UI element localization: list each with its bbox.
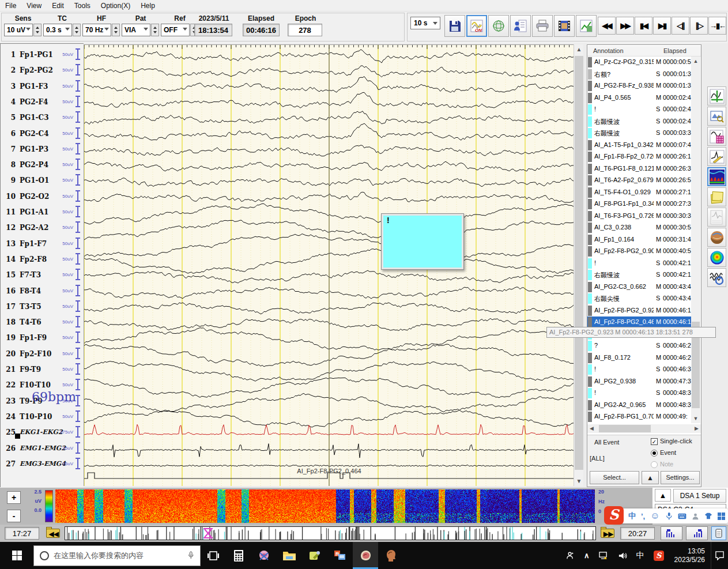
annotation-row[interactable]: AI_P4_0.565M0000:02:4 [587,92,692,104]
head-app-icon[interactable] [378,542,403,569]
settings-button[interactable]: Settings... [661,471,700,484]
hf-spinner[interactable] [112,24,120,36]
annotation-row[interactable]: AI_PG2-A2_0.965M0000:48:3 [587,400,692,411]
tray-clock[interactable]: 13:05 2023/5/26 [674,547,705,564]
annotation-row[interactable]: AI_PG2-F8-Fz_0.938M0000:01:3 [587,80,692,92]
ref-select[interactable]: OFF [161,24,190,36]
video-button[interactable] [554,15,575,37]
annotation-row[interactable]: AI_Pz-Cz-PG2_0.315M0000:00:5 [587,56,692,68]
channel-row-Fp1-PG1[interactable]: 1Fp1-PG150uV [1,51,84,62]
annotation-row[interactable]: 右颞慢波S0000:02:4 [587,116,692,127]
trend-chart-button[interactable] [576,15,597,37]
ime-mode-icon[interactable]: 中 [636,551,644,561]
ime-punct-icon[interactable]: ’, [641,512,645,521]
fast-forward-button[interactable]: ▶▶ [616,17,634,35]
waveform-schedule-button[interactable] [707,127,726,146]
channel-row-PG2-A2[interactable]: 12PG2-A250uV [1,224,84,235]
histogram-left-button[interactable] [661,526,682,540]
annotation-row[interactable]: AI_T6-PG1-F8_0.121M0000:26:3 [587,163,692,175]
select-button[interactable]: Select... [590,471,639,484]
annotation-row[interactable]: 右颞慢波S0000:03:3 [587,127,692,139]
annotation-row[interactable]: ?S0000:46:2 [587,340,692,352]
channel-row-PG2-F4[interactable]: 4PG2-F450uV [1,98,84,110]
channel-row-PG2-O2[interactable]: 10PG2-O250uV [1,193,84,204]
annotation-row[interactable]: AI_Fp2-F8-PG2_0.92M0000:46:1 [587,305,692,316]
scroll-up-icon[interactable]: ▲ [574,44,584,54]
channel-row-PG2-C4[interactable]: 6PG2-C450uV [1,130,84,141]
annotation-row[interactable]: AI_Fp1_0.164M0000:31:4 [587,234,692,246]
ime-emoji-icon[interactable]: ☺ [650,511,659,521]
marker-triangle-button[interactable]: ▲ [642,471,659,484]
channel-row-EMG3-EMG4[interactable]: 27EMG3-EMG425uV [1,460,84,472]
calculator-icon[interactable] [226,542,251,569]
hf-select[interactable]: 70 Hz [82,24,111,36]
scroll-down-icon[interactable]: ▼ [574,476,584,486]
task-view-icon[interactable] [201,542,226,569]
annotation-horizontal-scrollbar[interactable]: ◀ ▶ [587,424,701,433]
scroll-left-icon[interactable]: ◀ [587,424,596,433]
remote-app-icon[interactable]: R [327,542,353,569]
channel-row-Fp2-PG2[interactable]: 2Fp2-PG250uV [1,66,84,78]
note-radio[interactable] [651,461,658,468]
prev-epoch-button[interactable]: ◁∥ [672,17,689,35]
annotation-row[interactable]: AI_A1-T5-Fp1_0.342M0000:07:4 [587,140,692,151]
channel-row-EKG1-EKG2[interactable]: 25EKG1-EKG2375uV [1,428,84,440]
next-epoch-button[interactable]: ∥▷ [690,17,708,35]
goto-center-button[interactable]: →▮← [708,17,726,35]
annotation-row[interactable]: AI_C3_0.238M0000:30:5 [587,222,692,233]
taskbar-search-input[interactable]: 在这里输入你要搜索的内容 [33,545,201,566]
ime-user-icon[interactable] [692,513,699,520]
tc-spinner[interactable] [73,24,81,36]
annotation-row[interactable]: AI_Fp1-F8-Fp2_0.720M0000:26:1 [587,151,692,163]
file-explorer-icon[interactable] [277,542,302,569]
channel-row-T10-P10[interactable]: 24T10-P1050uV [1,413,84,424]
save-button[interactable] [444,15,465,37]
channel-row-F8-T4[interactable]: 16F8-T450uV [1,287,84,299]
menu-item-edit[interactable]: Edit [47,1,69,11]
event-timeline[interactable] [65,527,595,540]
trend-chart-button[interactable] [707,86,726,105]
event-popup[interactable]: ! [381,213,464,270]
menu-item-help[interactable]: Help [135,1,160,11]
annotation-row[interactable]: AI_F8_0.172M0000:46:2 [587,352,692,364]
menu-item-optionx[interactable]: Option(X) [96,1,135,11]
people-icon[interactable] [566,551,575,560]
event-radio[interactable] [651,450,658,457]
ime-toolbox-icon[interactable] [718,513,725,520]
annotation-vertical-scrollbar[interactable]: ▲ ▼ [691,56,700,423]
annotation-row[interactable]: AI_T6-F3-PG1_0.726M0000:30:3 [587,210,692,222]
sogou-tray-icon[interactable]: S [654,551,664,561]
channel-row-EMG1-EMG2[interactable]: 26EMG1-EMG225uV [1,444,84,456]
annotation-row[interactable]: AI_F8-PG1-Fp1_0.34M0000:27:3 [587,198,692,210]
wave-refresh-button[interactable] [707,268,726,287]
tc-select[interactable]: 0.3 s [43,24,72,36]
channel-row-Fp2-F8[interactable]: 14Fp2-F850uV [1,255,84,267]
notes-button[interactable] [707,187,726,206]
snipping-app-icon[interactable] [251,542,277,569]
scroll-down-icon[interactable]: ▼ [691,414,700,423]
histogram-right-button[interactable] [686,526,708,540]
scrollbar-thumb[interactable] [599,425,651,432]
annotation-row[interactable]: AI_T6-A2-Fp2_0.679M0000:26:5 [587,175,692,186]
channel-row-T4-T6[interactable]: 18T4-T650uV [1,318,84,330]
last-page-button[interactable]: ▶▮ [653,17,671,35]
open-folder-right-icon[interactable]: ▶▶ [599,526,617,540]
first-page-button[interactable]: ▮◀ [635,17,652,35]
topo-map-button[interactable] [707,248,726,267]
menu-item-view[interactable]: View [21,1,47,11]
dsa-zoom-in-button[interactable]: + [7,491,21,504]
utility-app-icon[interactable] [302,542,327,569]
annotation-row[interactable]: AI_PG2_0.938M0000:47:3 [587,376,692,387]
search-mic-icon[interactable] [187,551,194,560]
channel-row-PG1-C3[interactable]: 5PG1-C350uV [1,114,84,125]
ime-mic-icon[interactable] [665,512,673,521]
annotation-row[interactable]: AI_Fp2-F8-PG2_0.90M0000:40:5 [587,246,692,257]
channel-row-PG1-P3[interactable]: 7PG1-P350uV [1,145,84,157]
waveform-report-button[interactable] [707,208,726,227]
channel-row-PG1-O1[interactable]: 9PG1-O150uV [1,176,84,188]
channel-row-PG2-P4[interactable]: 8PG2-P450uV [1,161,84,172]
single-click-checkbox[interactable]: ✓ [651,438,658,445]
annotation-row[interactable]: !S0000:02:4 [587,104,692,115]
scrollbar-thumb[interactable] [575,56,583,470]
channel-row-Fp1-F9[interactable]: 19Fp1-F950uV [1,334,84,345]
